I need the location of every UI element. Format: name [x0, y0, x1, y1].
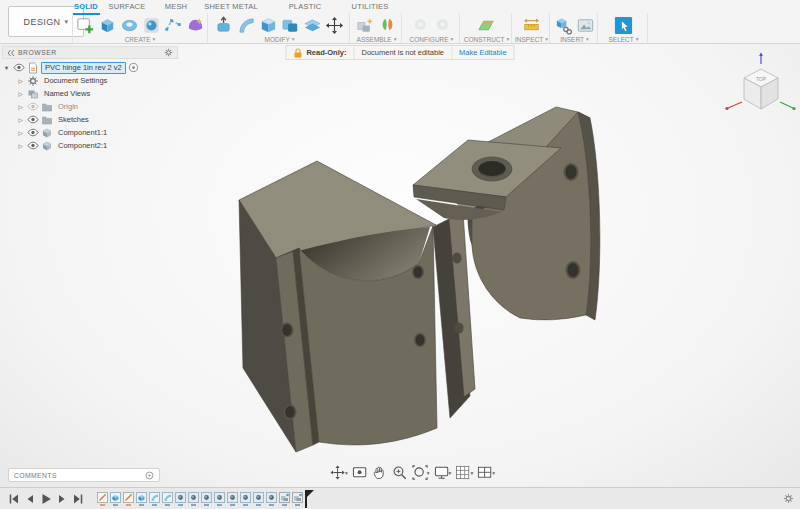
timeline-feature-fillet[interactable]	[148, 492, 160, 506]
timeline-feature-sketch[interactable]	[96, 492, 108, 506]
tab-sheet-metal[interactable]: SHEET METAL	[202, 1, 260, 13]
expand-arrow-icon[interactable]: ▷	[16, 117, 25, 123]
timeline-feature-hole[interactable]	[187, 492, 199, 506]
component-icon	[41, 140, 53, 152]
expand-arrow-icon[interactable]: ▷	[16, 104, 25, 110]
press-pull-icon[interactable]	[214, 15, 235, 36]
timeline-feature-component[interactable]	[278, 492, 290, 506]
expand-arrow-icon[interactable]: ▷	[16, 91, 25, 97]
group-label-assemble[interactable]: ASSEMBLE▾	[357, 36, 397, 43]
browser-root-item[interactable]: ▼PVC hinge 1in rev 2 v2	[2, 61, 178, 74]
group-label-configure[interactable]: CONFIGURE▾	[410, 36, 454, 43]
group-label-modify[interactable]: MODIFY▾	[264, 36, 294, 43]
revolve-icon[interactable]	[119, 15, 140, 36]
timeline-feature-component[interactable]	[291, 492, 303, 506]
construction-plane-icon[interactable]	[476, 15, 497, 36]
eye-visibility-icon[interactable]	[13, 62, 25, 74]
navigation-bar: ▾▾▾▾▾	[329, 464, 495, 481]
group-label-insert[interactable]: INSERT▾	[560, 36, 588, 43]
ribbon-group-create: CREATE▾	[72, 13, 208, 43]
grid-and-snaps-icon[interactable]: ▾	[454, 464, 473, 481]
group-label-inspect[interactable]: INSPECT▾	[515, 36, 548, 43]
document-title[interactable]: PVC hinge 1in rev 2 v2	[41, 62, 126, 74]
play-icon[interactable]	[40, 493, 52, 505]
timeline-feature-hole[interactable]	[226, 492, 238, 506]
group-label-construct[interactable]: CONSTRUCT▾	[464, 36, 510, 43]
create-sketch-icon[interactable]	[75, 15, 96, 36]
timeline-feature-extrude[interactable]	[109, 492, 121, 506]
browser-item-origin[interactable]: ▷Origin	[2, 100, 178, 113]
view-cube-top-label: TOP	[756, 76, 767, 82]
collapse-panel-icon[interactable]	[7, 49, 15, 57]
ribbon-group-construct: CONSTRUCT▾	[462, 13, 512, 43]
expand-arrow-icon[interactable]: ▷	[16, 143, 25, 149]
expand-arrow-icon[interactable]: ▷	[16, 78, 25, 84]
pipe-icon[interactable]	[163, 15, 184, 36]
create-form-icon[interactable]	[185, 15, 206, 36]
select-icon[interactable]	[613, 15, 634, 36]
expand-arrow-icon[interactable]: ▷	[16, 130, 25, 136]
step-forward-icon[interactable]	[56, 493, 68, 505]
display-settings-icon[interactable]: ▾	[433, 464, 452, 481]
insert-derive-icon[interactable]	[553, 15, 574, 36]
zoom-icon[interactable]	[391, 464, 408, 481]
look-at-icon[interactable]	[351, 464, 368, 481]
view-cube[interactable]: TOP	[720, 50, 796, 130]
make-editable-link[interactable]: Make Editable	[452, 46, 514, 59]
eye-visibility-icon[interactable]	[27, 114, 39, 126]
browser-item-label: Component1:1	[55, 128, 110, 138]
measure-icon[interactable]	[521, 15, 542, 36]
collapse-arrow-icon[interactable]: ▼	[2, 65, 11, 71]
group-label-create[interactable]: CREATE▾	[125, 36, 156, 43]
shell-icon[interactable]	[258, 15, 279, 36]
extrude-icon[interactable]	[97, 15, 118, 36]
timeline-feature-extrude[interactable]	[135, 492, 147, 506]
insert-canvas-icon[interactable]	[575, 15, 596, 36]
tab-plastic[interactable]: PLASTIC	[287, 1, 324, 13]
move-copy-icon[interactable]	[324, 15, 345, 36]
go-to-end-icon[interactable]	[72, 493, 84, 505]
combine-icon[interactable]	[280, 15, 301, 36]
read-only-banner: Read-Only: Document is not editable Make…	[285, 45, 514, 60]
browser-item-component1-1[interactable]: ▷Component1:1	[2, 126, 178, 139]
group-label-select[interactable]: SELECT▾	[608, 36, 638, 43]
timeline-feature-sketch[interactable]	[122, 492, 134, 506]
go-to-beginning-icon[interactable]	[8, 493, 20, 505]
eye-visibility-icon[interactable]	[27, 140, 39, 152]
tab-utilities[interactable]: UTILITIES	[350, 1, 391, 13]
step-back-icon[interactable]	[24, 493, 36, 505]
comments-options-icon[interactable]	[145, 471, 154, 480]
viewports-icon[interactable]: ▾	[476, 464, 495, 481]
timeline-feature-hole[interactable]	[252, 492, 264, 506]
ribbon-group-configure: CONFIGURE▾	[404, 13, 460, 43]
fillet-icon[interactable]	[236, 15, 257, 36]
pan-icon[interactable]	[371, 464, 388, 481]
browser-item-named-views[interactable]: ▷Named Views	[2, 87, 178, 100]
activate-component-icon[interactable]	[128, 62, 140, 74]
eye-visibility-icon[interactable]	[27, 101, 39, 113]
sweep-icon[interactable]	[141, 15, 162, 36]
joint-icon[interactable]	[377, 15, 398, 36]
split-body-icon[interactable]	[302, 15, 323, 36]
browser-item-sketches[interactable]: ▷Sketches	[2, 113, 178, 126]
timeline-feature-fillet[interactable]	[161, 492, 173, 506]
eye-visibility-icon[interactable]	[27, 127, 39, 139]
browser-settings-gear-icon[interactable]	[164, 48, 173, 57]
timeline-feature-hole[interactable]	[213, 492, 225, 506]
model-canvas[interactable]: Read-Only: Document is not editable Make…	[0, 44, 800, 487]
tab-surface[interactable]: SURFACE	[107, 1, 148, 13]
ribbon-group-select: SELECT▾	[600, 13, 648, 43]
timeline-playhead[interactable]	[305, 490, 315, 508]
fit-icon[interactable]: ▾	[411, 464, 430, 481]
timeline-feature-hole[interactable]	[200, 492, 212, 506]
timeline-feature-hole[interactable]	[239, 492, 251, 506]
timeline-feature-hole[interactable]	[174, 492, 186, 506]
comments-panel[interactable]: COMMENTS	[8, 468, 160, 482]
browser-item-document-settings[interactable]: ▷Document Settings	[2, 74, 178, 87]
browser-item-component2-1[interactable]: ▷Component2:1	[2, 139, 178, 152]
orbit-icon[interactable]: ▾	[329, 464, 348, 481]
tab-mesh[interactable]: MESH	[163, 1, 189, 13]
timeline-settings-gear-icon[interactable]	[783, 493, 794, 504]
timeline-feature-hole[interactable]	[265, 492, 277, 506]
new-component-icon[interactable]	[355, 15, 376, 36]
